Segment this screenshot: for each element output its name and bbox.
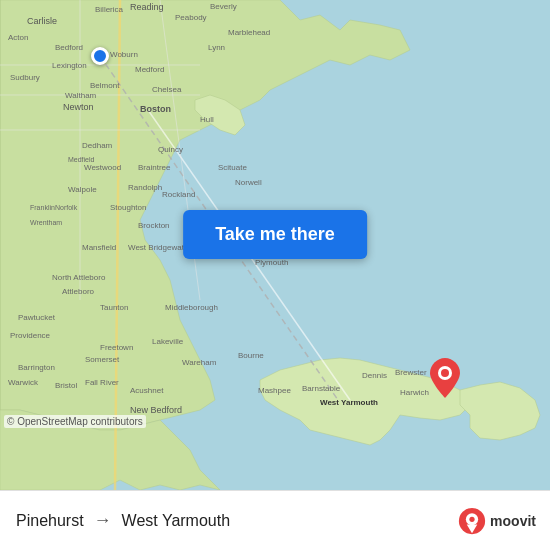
svg-text:Bristol: Bristol (55, 381, 77, 390)
svg-text:Quincy: Quincy (158, 145, 183, 154)
svg-text:Dedham: Dedham (82, 141, 113, 150)
svg-text:Chelsea: Chelsea (152, 85, 182, 94)
moovit-brand-text: moovit (490, 513, 536, 529)
svg-text:Warwick: Warwick (8, 378, 39, 387)
map-attribution: © OpenStreetMap contributors (4, 415, 146, 428)
svg-text:Reading: Reading (130, 2, 164, 12)
svg-text:Hull: Hull (200, 115, 214, 124)
svg-text:Randolph: Randolph (128, 183, 162, 192)
svg-text:Mansfield: Mansfield (82, 243, 116, 252)
svg-text:Pawtucket: Pawtucket (18, 313, 56, 322)
svg-text:Harwich: Harwich (400, 388, 429, 397)
svg-text:Belmont: Belmont (90, 81, 120, 90)
svg-text:Somerset: Somerset (85, 355, 120, 364)
svg-text:Woburn: Woburn (110, 50, 138, 59)
route-to: West Yarmouth (122, 512, 231, 530)
svg-text:West Yarmouth: West Yarmouth (320, 398, 378, 407)
svg-text:Acushnet: Acushnet (130, 386, 164, 395)
svg-text:Westwood: Westwood (84, 163, 121, 172)
svg-text:Wareham: Wareham (182, 358, 217, 367)
svg-text:Freetown: Freetown (100, 343, 133, 352)
svg-text:Taunton: Taunton (100, 303, 128, 312)
svg-text:Beverly: Beverly (210, 2, 237, 11)
svg-text:Mashpee: Mashpee (258, 386, 291, 395)
map-container: Reading Carlisle Newton Billerica Beverl… (0, 0, 550, 490)
svg-text:Billerica: Billerica (95, 5, 124, 14)
svg-text:Waltham: Waltham (65, 91, 97, 100)
take-me-there-button[interactable]: Take me there (183, 210, 367, 259)
svg-text:Fall River: Fall River (85, 378, 119, 387)
svg-text:New Bedford: New Bedford (130, 405, 182, 415)
svg-text:Marblehead: Marblehead (228, 28, 270, 37)
svg-text:Rockland: Rockland (162, 190, 195, 199)
svg-text:Lynn: Lynn (208, 43, 225, 52)
svg-text:Medford: Medford (135, 65, 164, 74)
svg-text:Barrington: Barrington (18, 363, 55, 372)
svg-text:North Attleboro: North Attleboro (52, 273, 106, 282)
svg-text:Sudbury: Sudbury (10, 73, 40, 82)
svg-text:Scituate: Scituate (218, 163, 247, 172)
svg-text:Norfolk: Norfolk (55, 204, 78, 211)
svg-text:Stoughton: Stoughton (110, 203, 146, 212)
svg-text:West Bridgewater: West Bridgewater (128, 243, 191, 252)
svg-point-77 (441, 369, 449, 377)
svg-text:Carlisle: Carlisle (27, 16, 57, 26)
svg-text:Newton: Newton (63, 102, 94, 112)
svg-text:Medfield: Medfield (68, 156, 95, 163)
moovit-logo: moovit (458, 507, 536, 535)
origin-marker (91, 47, 109, 65)
route-arrow: → (94, 510, 112, 531)
svg-text:Boston: Boston (140, 104, 171, 114)
svg-text:Peabody: Peabody (175, 13, 207, 22)
svg-text:Providence: Providence (10, 331, 51, 340)
svg-text:Barnstable: Barnstable (302, 384, 341, 393)
svg-text:Bedford: Bedford (55, 43, 83, 52)
svg-point-81 (469, 516, 474, 521)
svg-text:Franklin: Franklin (30, 204, 55, 211)
svg-text:Attleboro: Attleboro (62, 287, 95, 296)
svg-text:Middleborough: Middleborough (165, 303, 218, 312)
svg-text:Norwell: Norwell (235, 178, 262, 187)
svg-text:Braintree: Braintree (138, 163, 171, 172)
bottom-bar: Pinehurst → West Yarmouth moovit (0, 490, 550, 550)
svg-text:Plymouth: Plymouth (255, 258, 288, 267)
svg-text:Walpole: Walpole (68, 185, 97, 194)
moovit-brand-icon (458, 507, 486, 535)
svg-text:Brewster: Brewster (395, 368, 427, 377)
svg-text:Acton: Acton (8, 33, 28, 42)
svg-text:Bourne: Bourne (238, 351, 264, 360)
svg-text:Lakeville: Lakeville (152, 337, 184, 346)
destination-marker (430, 358, 460, 402)
svg-text:Wrentham: Wrentham (30, 219, 62, 226)
route-from: Pinehurst (16, 512, 84, 530)
svg-text:Brockton: Brockton (138, 221, 170, 230)
svg-text:Dennis: Dennis (362, 371, 387, 380)
svg-text:Lexington: Lexington (52, 61, 87, 70)
